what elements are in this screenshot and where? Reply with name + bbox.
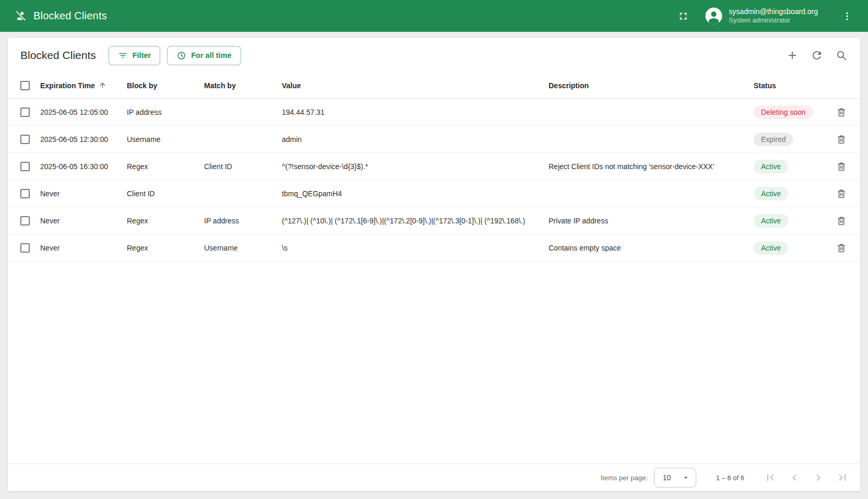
cell-block-by: Regex (127, 244, 204, 252)
cell-expiration-time: Never (40, 189, 127, 198)
status-badge: Deleting soon (754, 105, 813, 119)
user-email: sysadmin@thingsboard.org (729, 7, 818, 16)
table-row[interactable]: Never Regex Username \s Contains empty s… (8, 234, 860, 262)
last-page-icon (836, 471, 849, 484)
trash-icon (836, 242, 847, 254)
row-checkbox[interactable] (20, 135, 30, 144)
cell-description: Private IP address (549, 217, 754, 225)
table-row[interactable]: 2025-06-05 12:05:00 IP address 194.44.57… (8, 99, 860, 126)
more-menu-button[interactable] (838, 7, 857, 26)
column-header-label: Value (282, 81, 301, 90)
filter-list-icon (118, 51, 128, 61)
next-page-button[interactable] (808, 467, 829, 488)
search-icon (835, 49, 848, 62)
status-badge: Active (754, 241, 788, 255)
refresh-icon (811, 49, 823, 62)
cell-expiration-time: 2025-06-05 12:05:00 (40, 108, 127, 116)
trash-icon (836, 106, 847, 118)
cell-description: Contains empty space (549, 244, 754, 252)
user-menu[interactable]: sysadmin@thingsboard.org System administ… (705, 7, 818, 25)
status-badge: Active (754, 214, 788, 228)
table-empty-space (8, 262, 860, 464)
filter-button[interactable]: Filter (109, 46, 160, 65)
row-checkbox[interactable] (20, 108, 30, 117)
cell-value: tbmq_QEGpamH4 (282, 189, 549, 198)
time-range-button-label: For all time (191, 51, 231, 60)
cell-expiration-time: 2025-06-05 12:30:00 (40, 135, 127, 144)
page-range-label: 1 – 6 of 6 (716, 474, 744, 482)
paginator: Items per page: 10 1 – 6 of 6 (8, 464, 860, 491)
cell-block-by: IP address (127, 108, 204, 116)
row-checkbox[interactable] (20, 189, 30, 198)
delete-row-button[interactable] (831, 183, 852, 204)
delete-row-button[interactable] (831, 102, 852, 123)
first-page-icon (764, 471, 777, 484)
table-title: Blocked Clients (20, 49, 96, 62)
column-header-match-by[interactable]: Match by (204, 81, 282, 90)
trash-icon (836, 134, 847, 145)
search-button[interactable] (831, 45, 852, 66)
table-header-row: Expiration Time Block by Match by Value … (8, 73, 860, 99)
cell-block-by: Client ID (127, 189, 204, 198)
first-page-button[interactable] (760, 467, 781, 488)
column-header-description[interactable]: Description (549, 81, 754, 90)
table-row[interactable]: Never Regex IP address (^127\.)| (^10\.)… (8, 207, 860, 234)
time-range-button[interactable]: For all time (167, 46, 241, 65)
cell-block-by: Username (127, 135, 204, 144)
person-off-icon (15, 10, 27, 22)
sort-asc-arrow-icon (99, 81, 106, 89)
chevron-right-icon (812, 471, 825, 484)
cell-value: 194.44.57.31 (282, 108, 549, 116)
column-header-status[interactable]: Status (754, 81, 823, 90)
delete-row-button[interactable] (831, 210, 852, 231)
cell-expiration-time: Never (40, 244, 127, 252)
chevron-left-icon (788, 471, 801, 484)
items-per-page-label: Items per page: (600, 474, 647, 482)
add-blocked-client-button[interactable] (782, 45, 803, 66)
fullscreen-button[interactable] (673, 6, 693, 26)
delete-row-button[interactable] (831, 129, 852, 150)
trash-icon (836, 215, 847, 227)
row-checkbox[interactable] (20, 162, 30, 171)
top-app-bar: Blocked Clients sysadmin@thingsboard.org… (0, 0, 868, 32)
avatar (705, 7, 723, 25)
cell-value: (^127\.)| (^10\.)| (^172\.1[6-9]\.)|(^17… (282, 217, 549, 225)
cell-value: admin (282, 135, 549, 144)
cell-match-by: Username (204, 244, 282, 252)
table-row[interactable]: 2025-06-05 16:30:00 Regex Client ID ^(?!… (8, 153, 860, 180)
row-checkbox[interactable] (20, 216, 30, 225)
cell-value: \s (282, 244, 549, 252)
select-all-checkbox[interactable] (20, 81, 30, 90)
column-header-label: Status (754, 81, 776, 90)
table-row[interactable]: 2025-06-05 12:30:00 Username admin Expir… (8, 126, 860, 153)
fullscreen-icon (677, 10, 689, 22)
chevron-down-icon (681, 473, 691, 482)
column-header-expiration-time[interactable]: Expiration Time (40, 81, 127, 90)
cell-expiration-time: 2025-06-05 16:30:00 (40, 162, 127, 171)
column-header-value[interactable]: Value (282, 81, 549, 90)
cell-match-by: IP address (204, 217, 282, 225)
items-per-page-value: 10 (663, 473, 671, 482)
table-row[interactable]: Never Client ID tbmq_QEGpamH4 Active (8, 180, 860, 207)
column-header-label: Expiration Time (40, 81, 95, 90)
clock-icon (176, 51, 186, 61)
plus-icon (786, 49, 799, 62)
refresh-button[interactable] (806, 45, 827, 66)
delete-row-button[interactable] (831, 156, 852, 177)
status-badge: Active (754, 160, 788, 173)
items-per-page-select[interactable]: 10 (654, 468, 696, 488)
last-page-button[interactable] (832, 467, 853, 488)
delete-row-button[interactable] (831, 237, 852, 258)
trash-icon (836, 161, 847, 172)
column-header-label: Match by (204, 81, 236, 90)
cell-block-by: Regex (127, 217, 204, 225)
column-header-label: Description (549, 81, 589, 90)
more-vert-icon (842, 11, 852, 21)
status-badge: Expired (754, 133, 793, 146)
page-title: Blocked Clients (33, 10, 107, 22)
user-role: System administrator (729, 16, 818, 25)
column-header-block-by[interactable]: Block by (127, 81, 204, 90)
previous-page-button[interactable] (784, 467, 805, 488)
cell-block-by: Regex (127, 162, 204, 171)
row-checkbox[interactable] (20, 243, 30, 253)
